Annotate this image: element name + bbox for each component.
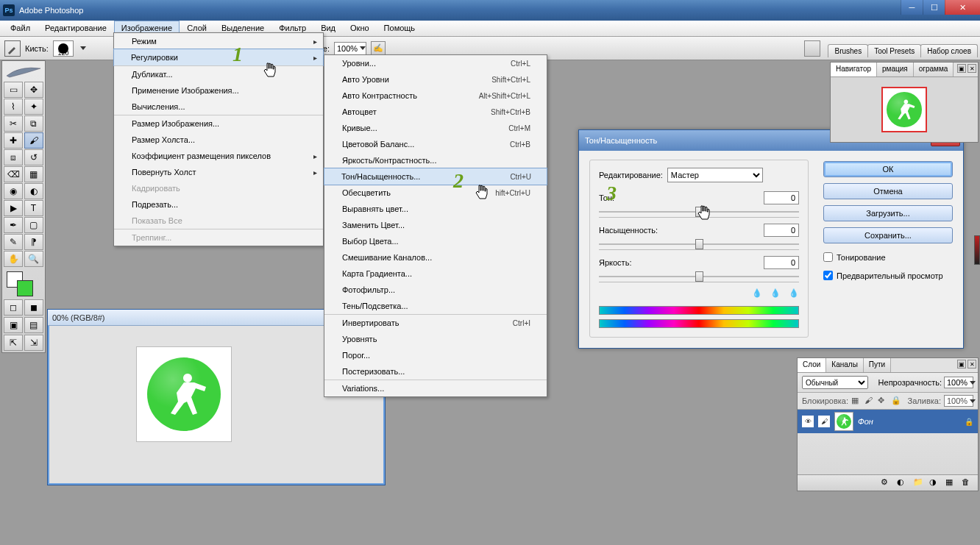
menu-item[interactable]: Карта Градиента...: [324, 266, 547, 282]
menu-item[interactable]: Подрезать...: [114, 196, 323, 213]
lock-all-icon[interactable]: 🔒: [891, 396, 901, 406]
adjust-icon[interactable]: ◑: [929, 477, 941, 489]
menu-item[interactable]: Variations...: [324, 380, 547, 396]
blur-tool[interactable]: ◉: [4, 183, 23, 199]
menu-item[interactable]: Постеризовать...: [324, 363, 547, 380]
colorize-checkbox[interactable]: Тонирование: [823, 252, 953, 262]
ok-button[interactable]: OК: [823, 161, 953, 177]
lock-paint-icon[interactable]: 🖌: [864, 396, 875, 406]
dock-tab[interactable]: Набор слоев: [920, 44, 978, 57]
menu-item[interactable]: Коэффициент размещения пикселов: [114, 148, 323, 164]
slider-thumb-icon[interactable]: [695, 271, 703, 282]
edit-select[interactable]: Мастер: [667, 168, 763, 182]
lightness-slider[interactable]: [599, 271, 799, 282]
fill-input[interactable]: 100%: [944, 395, 973, 407]
jump-to-icon-2[interactable]: ⇲: [24, 335, 43, 351]
dock-tab[interactable]: Brushes: [828, 44, 868, 57]
new-layer-icon[interactable]: ▦: [945, 477, 957, 489]
flow-value[interactable]: 100%: [334, 42, 366, 55]
trash-icon[interactable]: 🗑: [962, 477, 973, 489]
fx-icon[interactable]: ⚙: [881, 477, 892, 489]
minimize-button[interactable]: ─: [901, 0, 923, 15]
gradient-tool[interactable]: ▦: [24, 166, 43, 182]
mask-icon[interactable]: ◐: [897, 477, 909, 489]
menu-окно[interactable]: Окно: [343, 21, 377, 36]
menu-item[interactable]: Вычисления...: [114, 99, 323, 115]
saturation-input[interactable]: [764, 224, 799, 237]
link-icon[interactable]: 🖌: [818, 416, 830, 427]
menu-item[interactable]: Смешивание Каналов...: [324, 249, 547, 266]
maximize-button[interactable]: ☐: [923, 0, 945, 15]
panel-tab[interactable]: Пути: [864, 358, 891, 372]
menu-item[interactable]: Тон/Насыщенность...Ctrl+U: [324, 168, 547, 185]
eyedropper-sub-icon[interactable]: 💧: [786, 288, 799, 302]
palette-well-icon[interactable]: [804, 40, 820, 57]
slice-tool[interactable]: ⧉: [24, 115, 43, 132]
menu-item[interactable]: Регулировки: [113, 49, 324, 66]
menu-item[interactable]: Порог...: [324, 347, 547, 363]
eraser-tool[interactable]: ⌫: [4, 166, 23, 182]
menu-item[interactable]: Фотофильтр...: [324, 282, 547, 298]
crop-tool[interactable]: ✂: [4, 115, 23, 132]
navigator-thumbnail[interactable]: [881, 87, 927, 132]
menu-item[interactable]: Режим: [114, 33, 323, 49]
shape-tool[interactable]: ▢: [24, 217, 43, 233]
close-button[interactable]: ✕: [945, 0, 980, 15]
hand-tool[interactable]: ✋: [4, 251, 23, 267]
menu-item[interactable]: Выбор Цвета...: [324, 233, 547, 249]
notes-tool[interactable]: ✎: [4, 234, 23, 250]
blend-mode-select[interactable]: Обычный: [802, 376, 868, 389]
jump-to-icon[interactable]: ⇱: [4, 335, 23, 351]
tool-preset-icon[interactable]: [4, 40, 21, 57]
eyedropper-icon[interactable]: 💧: [749, 288, 762, 302]
heal-tool[interactable]: ✚: [4, 132, 23, 149]
lock-trans-icon[interactable]: ▦: [851, 396, 862, 406]
zoom-tool[interactable]: 🔍: [24, 251, 43, 267]
airbrush-icon[interactable]: ✍: [371, 41, 386, 56]
menu-item[interactable]: Применение Изображения...: [114, 82, 323, 99]
panel-tab[interactable]: Каналы: [826, 358, 864, 372]
brush-tool[interactable]: 🖌: [24, 132, 43, 149]
menu-item[interactable]: ИнвертироватьCtrl+I: [324, 314, 547, 331]
panel-min-icon[interactable]: ▣: [957, 64, 966, 73]
menu-item[interactable]: Размер Изображения...: [114, 115, 323, 132]
layer-thumbnail[interactable]: [834, 412, 853, 431]
eyedropper-tool[interactable]: ⁋: [24, 234, 43, 250]
visibility-icon[interactable]: 👁: [802, 416, 814, 427]
panel-close-icon[interactable]: ✕: [967, 360, 976, 368]
canvas[interactable]: [136, 346, 232, 442]
panel-tab[interactable]: рмация: [877, 63, 914, 76]
lightness-input[interactable]: [764, 256, 799, 269]
panel-tab[interactable]: Навигатор: [831, 63, 877, 76]
menu-item[interactable]: Выравнять цвет...: [324, 201, 547, 217]
menu-item[interactable]: Авто УровниShift+Ctrl+L: [324, 71, 547, 88]
menu-item[interactable]: Яркость/Контрастность...: [324, 152, 547, 168]
menu-item[interactable]: Повернуть Холст: [114, 164, 323, 180]
panel-min-icon[interactable]: ▣: [957, 360, 966, 368]
menu-item[interactable]: Размер Холста...: [114, 132, 323, 148]
menu-файл[interactable]: Файл: [3, 21, 38, 36]
background-color[interactable]: [17, 280, 33, 296]
move-tool[interactable]: ✥: [24, 82, 43, 98]
quickmask-off-icon[interactable]: ◻: [4, 299, 23, 316]
menu-помощь[interactable]: Помощь: [377, 21, 423, 36]
menu-item[interactable]: АвтоцветShift+Ctrl+B: [324, 104, 547, 120]
brush-dropdown-icon[interactable]: [80, 46, 86, 50]
folder-icon[interactable]: 📁: [913, 477, 925, 489]
dodge-tool[interactable]: ◐: [24, 183, 43, 199]
panel-close-icon[interactable]: ✕: [967, 64, 976, 73]
eyedropper-add-icon[interactable]: 💧: [767, 288, 781, 302]
path-select-tool[interactable]: ▶: [4, 200, 23, 216]
wand-tool[interactable]: ✦: [24, 99, 43, 115]
brush-preview[interactable]: 120: [53, 40, 74, 57]
menu-item[interactable]: Авто КонтрастностьAlt+Shift+Ctrl+L: [324, 88, 547, 104]
menu-item[interactable]: Кривые...Ctrl+M: [324, 120, 547, 136]
type-tool[interactable]: T: [24, 200, 43, 216]
load-button[interactable]: Загрузить...: [823, 205, 953, 221]
dock-tab[interactable]: Tool Presets: [867, 44, 921, 57]
menu-item[interactable]: Цветовой Баланс...Ctrl+B: [324, 136, 547, 152]
menu-item[interactable]: Дубликат...: [114, 65, 323, 82]
lock-pos-icon[interactable]: ✥: [878, 396, 888, 406]
cancel-button[interactable]: Отмена: [823, 183, 953, 199]
save-button[interactable]: Сохранить...: [823, 227, 953, 243]
